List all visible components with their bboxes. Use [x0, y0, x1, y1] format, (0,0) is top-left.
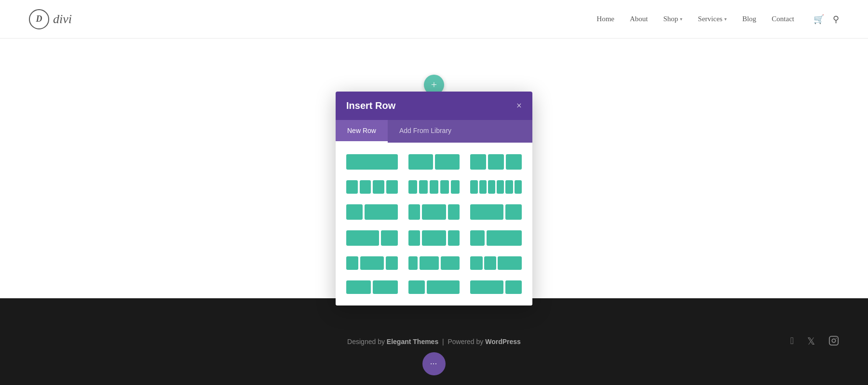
- layout-row5-2[interactable]: [407, 254, 462, 272]
- nav-shop[interactable]: Shop ▾: [663, 15, 682, 23]
- layout-wide-narrow[interactable]: [344, 228, 400, 248]
- svg-point-2: [836, 338, 837, 339]
- layout-2-1-col[interactable]: [468, 202, 524, 222]
- footer-social:  𝕏: [790, 335, 839, 348]
- tab-add-from-library[interactable]: Add From Library: [388, 120, 463, 143]
- main-nav: Home About Shop ▾ Services ▾ Blog Contac…: [597, 14, 839, 25]
- twitter-icon[interactable]: 𝕏: [807, 335, 815, 348]
- bottom-dots-button[interactable]: •••: [422, 352, 446, 375]
- modal-tabs: New Row Add From Library: [336, 120, 532, 143]
- footer-text: Designed by Elegant Themes | Powered by …: [347, 338, 521, 345]
- logo-text: divi: [53, 12, 72, 27]
- shop-chevron-icon: ▾: [680, 16, 682, 22]
- modal-header: Insert Row ×: [336, 92, 532, 120]
- layout-1-2-1-col[interactable]: [407, 202, 462, 222]
- tab-new-row[interactable]: New Row: [336, 120, 388, 143]
- services-chevron-icon: ▾: [724, 16, 727, 22]
- logo[interactable]: D divi: [29, 9, 72, 29]
- wordpress-link[interactable]: WordPress: [485, 338, 521, 345]
- layout-narrow-wide[interactable]: [468, 228, 524, 248]
- facebook-icon[interactable]: : [790, 335, 794, 348]
- search-icon[interactable]: ⚲: [833, 14, 839, 25]
- layout-1-2-col[interactable]: [344, 202, 400, 222]
- layout-row6-2[interactable]: [407, 279, 462, 296]
- layout-3col[interactable]: [468, 152, 524, 172]
- header: D divi Home About Shop ▾ Services ▾ Blog…: [0, 0, 868, 39]
- modal-title: Insert Row: [346, 100, 395, 111]
- layout-3-unequal[interactable]: [407, 228, 462, 248]
- svg-rect-0: [829, 336, 838, 345]
- nav-icons: 🛒 ⚲: [814, 14, 839, 25]
- cart-icon[interactable]: 🛒: [814, 14, 824, 25]
- nav-blog[interactable]: Blog: [742, 15, 756, 23]
- nav-home[interactable]: Home: [597, 15, 614, 23]
- elegant-themes-link[interactable]: Elegant Themes: [387, 338, 438, 345]
- layout-4col[interactable]: [344, 178, 400, 196]
- nav-contact[interactable]: Contact: [772, 15, 794, 23]
- nav-services[interactable]: Services ▾: [698, 15, 727, 23]
- layout-1col[interactable]: [344, 152, 400, 172]
- modal-layout-grid: [336, 143, 532, 305]
- logo-icon: D: [29, 9, 49, 29]
- nav-about[interactable]: About: [630, 15, 648, 23]
- layout-row6-1[interactable]: [344, 279, 400, 296]
- layout-row5-3[interactable]: [468, 254, 524, 272]
- modal-close-button[interactable]: ×: [516, 100, 522, 111]
- instagram-icon[interactable]: [828, 335, 839, 348]
- svg-point-1: [832, 339, 835, 342]
- insert-row-modal: Insert Row × New Row Add From Library: [336, 92, 532, 305]
- layout-row5-1[interactable]: [344, 254, 400, 272]
- layout-5col[interactable]: [407, 178, 462, 196]
- layout-6col[interactable]: [468, 178, 524, 196]
- layout-2col[interactable]: [407, 152, 462, 172]
- layout-row6-3[interactable]: [468, 279, 524, 296]
